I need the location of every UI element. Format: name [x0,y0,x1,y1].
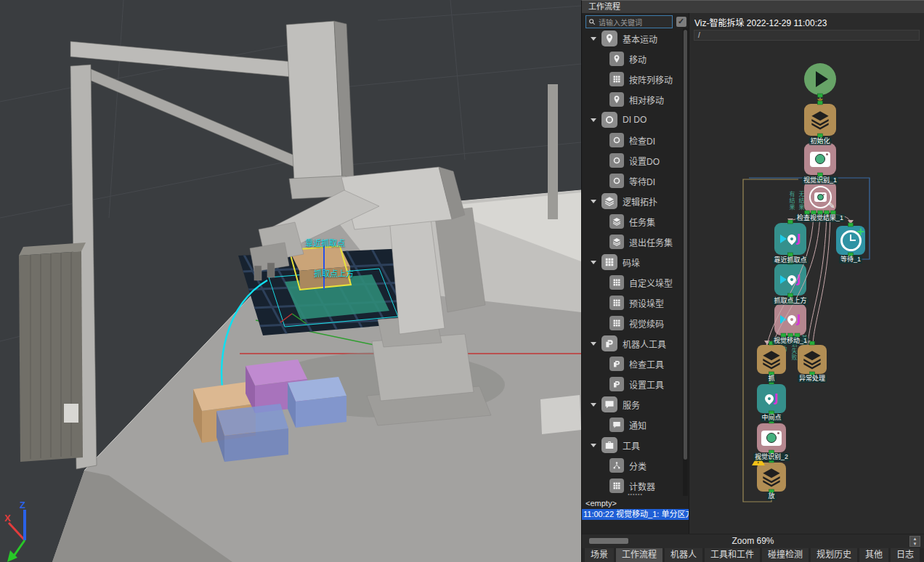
node-approach-pick-point[interactable]: J [774,223,806,255]
pallet-icon [609,275,624,290]
pallet-icon [601,254,617,270]
node-vision-move-1[interactable]: J [774,304,806,335]
node-label: 中间点 [760,414,782,422]
tree-group-label: 机器人工具 [623,338,666,350]
zoom-level: Zoom 69% [582,536,924,546]
branch-icon [609,458,624,473]
tree-group-palletizing[interactable]: 码垛 [582,252,683,272]
node-library: 请输入关键词 基本运动 移动 按阵列移动 相对移动 DI DO 检查DI 设置D… [582,13,689,534]
camera-icon [761,431,782,446]
tab-robot[interactable]: 机器人 [665,548,702,562]
chevron-down-icon[interactable] [591,444,596,447]
tree-item-vision-continue-palletizing[interactable]: 视觉续码 [582,313,683,333]
camera-icon [810,152,830,167]
search-input[interactable]: 请输入关键词 [585,15,673,28]
layers-icon [802,349,822,370]
tree-item-relative-move[interactable]: 相对移动 [582,89,683,110]
chevron-down-icon[interactable] [591,200,596,203]
tree-item-check-di[interactable]: 检查DI [582,130,683,150]
node-library-tree: 基本运动 移动 按阵列移动 相对移动 DI DO 检查DI 设置DO 等待DI … [582,28,683,496]
tab-scene[interactable]: 场景 [585,548,614,562]
tab-collision-detection[interactable]: 碰撞检测 [762,548,808,562]
tree-item-exit-task-set[interactable]: 退出任务集 [582,232,683,252]
tree-group-label: 码垛 [623,256,640,269]
node-label: 视觉识别_1 [802,176,838,184]
tree-group-basic-motion[interactable]: 基本运动 [582,28,683,49]
tree-group-robot-tool[interactable]: 机器人工具 [582,333,683,354]
tree-item-classify[interactable]: 分类 [582,455,683,476]
node-place[interactable] [757,463,786,492]
ring-icon [609,133,624,147]
node-label: 视觉移动_1 [772,337,808,345]
node-start[interactable] [804,63,836,95]
zoom-spinner[interactable] [909,536,920,547]
node-wait-1[interactable]: + [836,226,865,255]
tree-item-wait-di[interactable]: 等待DI [582,171,683,191]
tree-item-set-do[interactable]: 设置DO [582,150,683,171]
tree-group-di-do[interactable]: DI DO [582,110,683,130]
resize-handle[interactable] [582,492,689,498]
tree-group-label: 工具 [623,439,640,452]
node-above-pick-point[interactable]: J [774,264,806,296]
3d-viewport[interactable]: X Z 靠近抓取点 抓取点上方 [0,0,581,562]
overlay-label-approach-pick-point: 靠近抓取点 [305,237,345,248]
layers-icon [601,193,617,209]
tab-workflow[interactable]: 工作流程 [616,548,662,562]
node-grasp[interactable] [757,345,786,374]
tree-item-custom-pattern[interactable]: 自定义垛型 [582,272,683,293]
tree-group-label: 逻辑拓扑 [623,195,657,208]
tree-item-set-tool[interactable]: 设置工具 [582,374,683,394]
tree-item-move-by-array[interactable]: 按阵列移动 [582,69,683,89]
layers-icon [761,349,782,370]
tree-item-task-set[interactable]: 任务集 [582,211,683,232]
node-init[interactable] [804,104,836,136]
tab-others[interactable]: 其他 [859,548,888,562]
tree-item-notify[interactable]: 通知 [582,415,683,435]
tree-group-label: 基本运动 [623,33,657,45]
node-label: 等待_1 [839,256,862,264]
node-check-vision-result-1[interactable] [804,181,836,213]
tree-item-label: 设置DO [629,155,660,167]
tree-item-label: 检查DI [629,134,655,147]
chevron-down-icon[interactable] [591,403,596,407]
pin-icon [609,52,624,66]
small-box-right [540,395,581,434]
tab-tools-workpieces[interactable]: 工具和工件 [705,548,760,562]
tree-group-logic-topology[interactable]: 逻辑拓扑 [582,191,683,211]
chevron-down-icon[interactable] [591,118,596,122]
edge-label: 有结果 [787,191,795,211]
search-filter-checkbox[interactable] [676,17,686,27]
node-exception-handling[interactable] [798,345,827,374]
gripper-icon [609,377,624,391]
ring-icon [609,174,624,188]
panel-title: 工作流程 [582,1,924,13]
layers-exit-icon [609,235,624,249]
node-vision-recognition-2[interactable] [757,423,786,452]
tree-item-preset-pattern[interactable]: 预设垛型 [582,293,683,313]
tree-item-label: 任务集 [629,216,655,228]
node-intermediate-point[interactable]: J [757,384,786,413]
tab-log[interactable]: 日志 [891,548,920,562]
project-name: Viz-智能拆垛 2022-12-29 11:00:23 [689,13,924,30]
pallet-icon [609,296,624,310]
tab-plan-history[interactable]: 规划历史 [811,548,857,562]
chevron-down-icon[interactable] [591,342,596,346]
tree-group-tools[interactable]: 工具 [582,435,683,455]
search-placeholder: 请输入关键词 [599,17,642,28]
layers-icon [761,467,782,487]
gripper-icon [609,357,624,371]
tree-group-service[interactable]: 服务 [582,394,683,415]
tree-group-label: DI DO [623,115,647,125]
control-cabinet[interactable] [19,243,86,462]
tree-scrollbar[interactable] [683,28,688,496]
chevron-down-icon[interactable] [591,261,596,264]
flowchart-canvas[interactable]: 初始化 视觉识别_1 检查视觉结果_1 J 靠近抓取点 J 抓取点上方 J 视觉… [689,37,924,534]
scrollbar-thumb[interactable] [684,30,687,460]
spinner-down-icon[interactable] [910,542,920,547]
pole [548,84,558,219]
chevron-down-icon[interactable] [591,37,596,41]
log-entry-selected[interactable]: 11:00:22 视觉移动_1: 单分区方形 [582,509,689,520]
node-vision-recognition-1[interactable] [804,143,836,175]
tree-item-move[interactable]: 移动 [582,49,683,69]
tree-item-check-tool[interactable]: 检查工具 [582,354,683,374]
